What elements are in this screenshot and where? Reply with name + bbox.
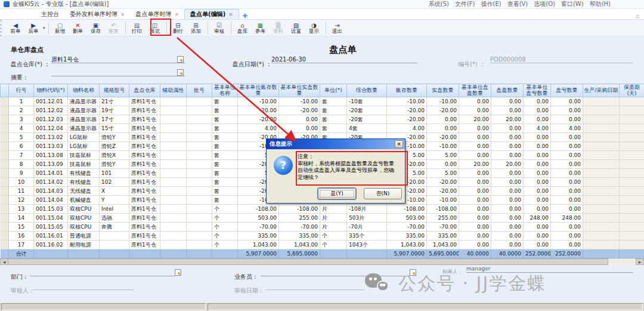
grid-cell[interactable]: 4.00 [387,124,427,133]
grid-cell[interactable]: 原料1号仓 [129,160,160,169]
toolbar-button-打印[interactable]: ▤打印 [128,20,146,36]
dropdown-caret-icon[interactable]: ▾ [43,26,45,30]
grid-cell[interactable]: 503.00 [387,214,427,223]
row-indicator[interactable] [1,151,9,160]
grid-cell[interactable]: 无线键盘 [68,187,100,196]
grid-cell[interactable] [187,124,212,133]
grid-cell[interactable]: -108.00 [279,205,320,214]
grid-cell[interactable]: 双核CPU [68,214,100,223]
grid-cell[interactable]: 335.00 [387,232,427,241]
grid-cell[interactable] [620,106,644,115]
grid-cell[interactable]: 8 [9,160,34,169]
grid-cell[interactable]: 套 [212,115,238,124]
grid-cell[interactable]: -70.00 [427,223,459,232]
row-indicator[interactable] [1,232,9,241]
grid-cell[interactable] [583,106,620,115]
grid-cell[interactable]: 0.00 [524,115,551,124]
grid-cell[interactable] [583,115,620,124]
grid-cell[interactable]: 有线键盘 [68,169,100,178]
grid-cell[interactable] [583,205,620,214]
grid-cell[interactable] [160,97,187,106]
grid-cell[interactable] [583,124,620,133]
grid-cell[interactable] [187,169,212,178]
grid-cell[interactable]: 0.00 [551,115,583,124]
grid-cell[interactable]: 20.00 [491,115,524,124]
grid-cell[interactable] [187,205,212,214]
grid-cell[interactable]: 1043个 [347,241,387,250]
grid-cell[interactable]: 4 [9,124,34,133]
toolbar-button-盘库[interactable]: ⌂盘库 [234,20,252,36]
grid-cell[interactable]: 001.13.02 [34,133,68,142]
grid-cell[interactable] [620,223,644,232]
grid-cell[interactable] [160,196,187,205]
grid-cell[interactable]: 15 [9,223,34,232]
grid-cell[interactable]: -108.00 [387,205,427,214]
grid-cell[interactable] [620,97,644,106]
grid-cell[interactable]: 0.00 [459,214,491,223]
warehouse-input[interactable]: 原料1号仓 [51,56,185,63]
grid-cell[interactable]: 21寸 [100,97,129,106]
menu-item[interactable]: 系统(S) [429,0,449,8]
grid-cell[interactable] [187,142,212,151]
grid-cell[interactable]: 套 [212,151,238,160]
grid-cell[interactable]: 13 [9,205,34,214]
summary-input[interactable] [51,69,185,76]
grid-cell[interactable] [583,151,620,160]
grid-cell[interactable]: 0.00 [491,223,524,232]
grid-cell[interactable]: 1,043.00 [387,241,427,250]
grid-cell[interactable]: 0.00 [551,178,583,187]
grid-cell[interactable]: -20.00 [387,106,427,115]
grid-cell[interactable]: 原料1号仓 [129,178,160,187]
row-indicator[interactable] [1,133,9,142]
grid-cell[interactable]: -108.00 [238,205,279,214]
grid-cell[interactable] [620,241,644,250]
grid-cell[interactable]: -70.00 [387,223,427,232]
grid-cell[interactable]: 102 [100,178,129,187]
grid-cell[interactable]: 001.16.02 [34,241,68,250]
grid-cell[interactable]: 个 [212,205,238,214]
grid-cell[interactable]: 套 [212,169,238,178]
grid-cell[interactable]: 液晶显示器 [68,106,100,115]
grid-cell[interactable]: 原料1号仓 [129,106,160,115]
grid-cell[interactable]: 0.00 [279,124,320,133]
grid-cell[interactable]: 液晶显示器 [68,97,100,106]
grid-cell[interactable]: -10.00 [279,97,320,106]
grid-cell[interactable]: 0.00 [551,106,583,115]
grid-cell[interactable]: -10.00 [387,97,427,106]
dept-lookup-icon[interactable] [175,269,181,276]
grid-cell[interactable] [100,241,129,250]
toolbar-button-添加[interactable]: ⊞添加 [187,20,205,36]
grid-cell[interactable]: 原料1号仓 [129,223,160,232]
grid-cell[interactable]: X [100,187,129,196]
grid-cell[interactable]: 503.00 [238,214,279,223]
grid-cell[interactable]: 0.00 [459,205,491,214]
grid-cell[interactable] [160,205,187,214]
grid-cell[interactable]: 片 [320,205,347,214]
grid-cell[interactable]: 0.00 [524,205,551,214]
grid-cell[interactable]: 原料1号仓 [129,187,160,196]
grid-cell[interactable]: 2 [9,106,34,115]
grid-cell[interactable]: 001.12.03 [34,115,68,124]
grid-cell[interactable]: 15寸 [100,124,129,133]
grid-cell[interactable]: 001.15.04 [34,214,68,223]
grid-cell[interactable]: 普通电源 [68,232,100,241]
grid-cell[interactable]: 11 [9,187,34,196]
grid-cell[interactable]: 1,043.00 [427,241,459,250]
toolbar-button-后单[interactable]: ▶后单 [24,20,42,36]
grid-cell[interactable] [620,142,644,151]
grid-cell[interactable]: -10.00 [427,196,459,205]
grid-cell[interactable]: -20.00 [427,106,459,115]
grid-cell[interactable]: 原料1号仓 [129,196,160,205]
row-indicator[interactable] [1,169,9,178]
grid-cell[interactable]: 套 [212,178,238,187]
grid-cell[interactable] [187,223,212,232]
tab-item[interactable]: 委外发料单序时簿× [64,9,131,19]
grid-cell[interactable]: 原料1号仓 [129,232,160,241]
grid-cell[interactable]: 0.00 [524,169,551,178]
grid-cell[interactable]: 个 [212,223,238,232]
grid-cell[interactable]: 0.00 [551,169,583,178]
grid-cell[interactable]: 0.00 [459,142,491,151]
grid-cell[interactable]: 0.00 [491,187,524,196]
grid-cell[interactable] [620,205,644,214]
grid-cell[interactable]: -10套 [347,97,387,106]
